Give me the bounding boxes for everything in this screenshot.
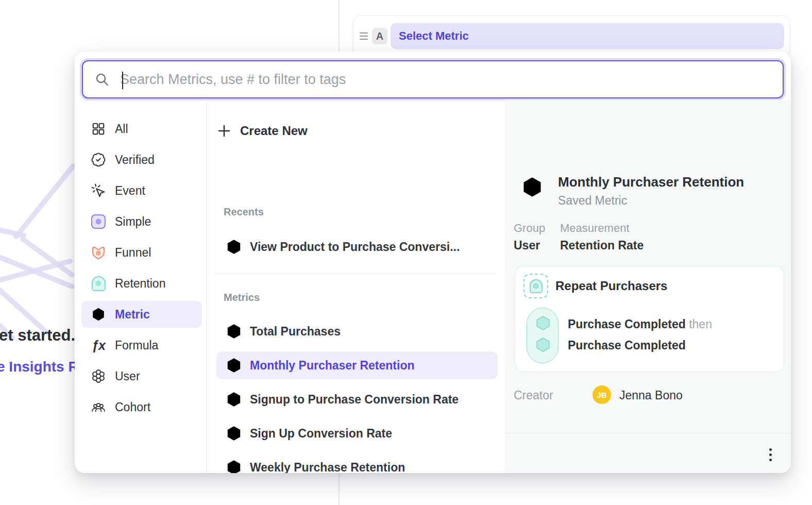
text-caret bbox=[122, 72, 123, 89]
verified-badge-icon bbox=[91, 152, 106, 167]
step-event-name: Purchase Completed bbox=[568, 317, 686, 331]
metric-item-label: Signup to Purchase Conversion Rate bbox=[250, 393, 459, 407]
measurement-value: Retention Rate bbox=[560, 239, 644, 252]
sidebar-item-label: Simple bbox=[115, 215, 151, 229]
formula-fx-icon: ƒx bbox=[91, 338, 106, 353]
app-root: et started. e Insights Re A Select Metri… bbox=[0, 0, 812, 505]
detail-title: Monthly Purchaser Retention bbox=[558, 174, 744, 190]
hexagon-metric-icon bbox=[225, 238, 243, 256]
creator-name: Jenna Bono bbox=[619, 389, 683, 402]
behavior-title: Repeat Purchasers bbox=[555, 279, 667, 293]
hexagon-metric-icon bbox=[225, 459, 243, 473]
sidebar-item-all[interactable]: All bbox=[81, 115, 202, 142]
sidebar-item-event[interactable]: Event bbox=[81, 177, 202, 204]
sidebar-item-label: Verified bbox=[115, 153, 155, 167]
sidebar-item-label: Cohort bbox=[115, 400, 150, 414]
behavior-step-1: Purchase Completed then bbox=[568, 317, 712, 331]
search-icon bbox=[94, 72, 110, 87]
metrics-list: Total Purchases Monthly Purchaser Retent… bbox=[216, 317, 498, 473]
recent-metric-label: View Product to Purchase Conversi... bbox=[250, 240, 460, 254]
group-label: Group bbox=[514, 222, 545, 235]
funnel-metric-icon bbox=[91, 245, 106, 260]
plus-icon bbox=[216, 123, 232, 139]
search-input[interactable] bbox=[119, 71, 771, 88]
sidebar-item-label: Funnel bbox=[115, 246, 151, 260]
recents-heading: Recents bbox=[224, 206, 264, 218]
metric-hexagon-icon bbox=[91, 307, 106, 322]
grid-icon bbox=[91, 121, 106, 137]
select-metric-bar: A Select Metric bbox=[353, 15, 790, 57]
create-new-button[interactable]: Create New bbox=[216, 117, 308, 144]
metric-item-label: Monthly Purchaser Retention bbox=[250, 359, 414, 373]
sidebar-item-label: Formula bbox=[115, 339, 158, 352]
detail-footer-divider bbox=[505, 433, 791, 433]
group-field: Group User bbox=[514, 222, 545, 252]
behavior-step-2: Purchase Completed bbox=[568, 339, 686, 352]
drag-handle-icon[interactable] bbox=[360, 32, 368, 40]
sidebar-item-cohort[interactable]: Cohort bbox=[81, 394, 202, 420]
filter-sidebar: All Verified bbox=[75, 100, 206, 473]
cohort-people-icon bbox=[91, 399, 106, 415]
step-hexagon-icon bbox=[534, 337, 552, 352]
creator-label: Creator bbox=[514, 389, 553, 402]
detail-type-label: Saved Metric bbox=[558, 194, 627, 208]
sidebar-item-label: Metric bbox=[115, 308, 150, 322]
step-connector: then bbox=[689, 317, 712, 331]
measurement-label: Measurement bbox=[560, 222, 644, 235]
simple-metric-icon bbox=[91, 214, 106, 229]
measurement-field: Measurement Retention Rate bbox=[560, 222, 644, 252]
sidebar-item-metric[interactable]: Metric bbox=[81, 301, 202, 328]
retention-metric-icon bbox=[91, 276, 106, 291]
metrics-heading: Metrics bbox=[224, 292, 260, 304]
sidebar-item-verified[interactable]: Verified bbox=[81, 146, 202, 173]
kebab-menu-icon[interactable] bbox=[763, 444, 778, 465]
metric-item-label: Total Purchases bbox=[250, 325, 341, 339]
sidebar-item-label: All bbox=[115, 122, 128, 136]
sidebar-item-funnel[interactable]: Funnel bbox=[81, 239, 202, 266]
sidebar-item-label: Retention bbox=[115, 277, 165, 291]
sidebar-item-simple[interactable]: Simple bbox=[81, 208, 202, 235]
metric-item[interactable]: Weekly Purchase Retention bbox=[216, 453, 498, 473]
hexagon-metric-icon bbox=[225, 391, 243, 408]
sidebar-item-user[interactable]: User bbox=[81, 363, 202, 390]
step-hexagon-icon bbox=[534, 315, 552, 331]
metric-detail-panel: Monthly Purchaser Retention Saved Metric… bbox=[505, 100, 791, 473]
user-cluster-icon bbox=[91, 368, 106, 384]
sidebar-item-formula[interactable]: ƒx Formula bbox=[81, 332, 202, 359]
metric-item[interactable]: Sign Up Conversion Rate bbox=[216, 419, 498, 447]
create-new-label: Create New bbox=[240, 124, 308, 138]
group-value: User bbox=[514, 239, 545, 252]
metric-item-selected[interactable]: Monthly Purchaser Retention bbox=[216, 351, 498, 379]
hexagon-metric-icon bbox=[225, 323, 243, 340]
metric-picker-modal: All Verified bbox=[75, 52, 791, 473]
series-a-badge: A bbox=[372, 28, 387, 44]
hexagon-metric-icon bbox=[225, 425, 243, 442]
behavior-icon bbox=[523, 274, 548, 298]
search-field-wrapper bbox=[82, 60, 784, 98]
recent-metric-item[interactable]: View Product to Purchase Conversi... bbox=[216, 233, 460, 261]
sidebar-item-label: User bbox=[115, 369, 140, 383]
metric-item-label: Sign Up Conversion Rate bbox=[250, 427, 392, 441]
sidebar-item-retention[interactable]: Retention bbox=[81, 270, 202, 297]
event-cursor-icon bbox=[91, 183, 106, 198]
step-event-name: Purchase Completed bbox=[568, 339, 686, 352]
sidebar-item-label: Event bbox=[115, 184, 145, 198]
funnel-steps-capsule bbox=[527, 308, 559, 363]
metric-item-label: Weekly Purchase Retention bbox=[250, 461, 405, 474]
creator-avatar: JB bbox=[593, 385, 611, 404]
metric-item[interactable]: Total Purchases bbox=[216, 317, 498, 345]
background-heading-fragment: et started. bbox=[0, 326, 75, 345]
metric-type-hexagon-icon bbox=[520, 175, 544, 201]
behavior-card: Repeat Purchasers Purchase Completed the… bbox=[515, 266, 784, 372]
section-divider bbox=[215, 273, 496, 274]
hexagon-metric-icon bbox=[225, 357, 243, 374]
background-insights-link-fragment[interactable]: e Insights Re bbox=[0, 359, 87, 375]
select-metric-button[interactable]: Select Metric bbox=[391, 23, 784, 49]
metric-item[interactable]: Signup to Purchase Conversion Rate bbox=[216, 385, 498, 413]
metric-list-panel: Create New Recents View Product to Purch… bbox=[206, 100, 505, 473]
